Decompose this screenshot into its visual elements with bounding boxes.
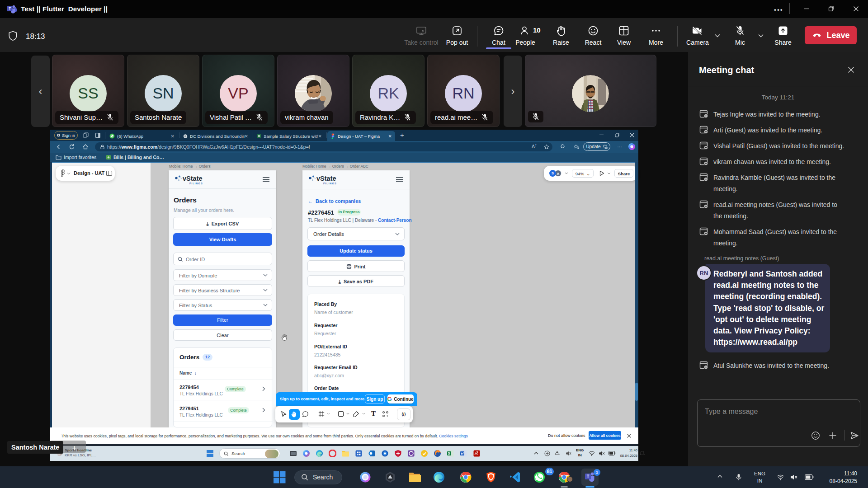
svg-text:FILINGS: FILINGS: [189, 182, 203, 185]
svg-text:vState: vState: [183, 175, 203, 182]
svg-text:vState: vState: [316, 175, 336, 182]
svg-text:FILINGS: FILINGS: [323, 182, 337, 185]
